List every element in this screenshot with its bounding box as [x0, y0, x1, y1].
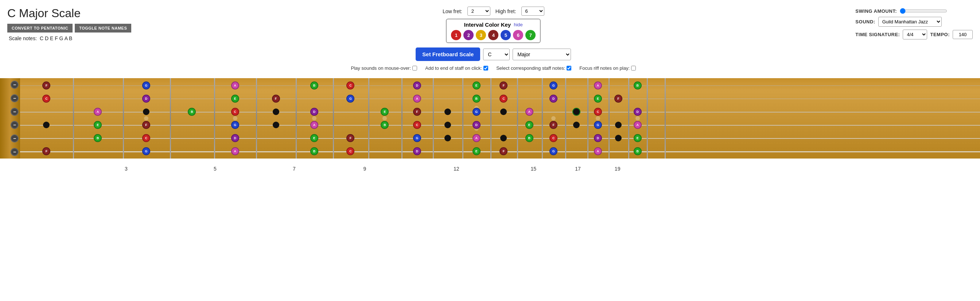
interval-circle-5[interactable]: 5 [501, 30, 511, 40]
note-dot-D-s5-f10[interactable]: D [413, 147, 421, 155]
black-dot-s2-f6[interactable] [273, 109, 279, 115]
note-dot-B-s0-f7[interactable]: B [310, 82, 318, 90]
interval-circle-3[interactable]: 3 [476, 30, 486, 40]
black-dot-s3-f1[interactable] [43, 122, 49, 128]
note-dot-F-s3-f15[interactable]: F [549, 121, 557, 129]
note-dot-F-s1-f6[interactable]: F [272, 94, 280, 102]
set-fretboard-scale-button[interactable]: Set Fretboard Scale [415, 48, 480, 61]
note-dot-C-s1-f13[interactable]: C [500, 94, 508, 102]
note-dot-B-s3-f9[interactable]: B [380, 121, 389, 129]
note-dot-B-s2-f4[interactable]: B [188, 108, 196, 116]
toggle-note-names-button[interactable]: TOGGLE NOTE NAMES [75, 24, 131, 32]
note-dot-A-s5-f5[interactable]: A [231, 147, 239, 155]
time-signature-select[interactable]: 4/43/46/82/4 [903, 30, 927, 40]
sound-select[interactable]: Guild Manhattan JazzAcoustic GuitarElect… [878, 17, 942, 27]
note-dot-G-s5-f15[interactable]: G [549, 147, 557, 155]
play-sounds-option[interactable]: Play sounds on mouse-over: [351, 66, 417, 71]
note-dot-G-s3-f17[interactable]: G [594, 121, 602, 129]
string-button-3[interactable]: − [11, 121, 19, 129]
black-dot-s2-f16[interactable] [573, 109, 580, 115]
note-dot-A-s3-f7[interactable]: A [310, 121, 318, 129]
note-dot-F-s5-f1[interactable]: F [42, 147, 50, 155]
note-dot-E-s3-f2[interactable]: E [94, 121, 102, 129]
high-fret-select[interactable]: 1234567891011121924 [521, 6, 544, 16]
select-staff-notes-checkbox[interactable] [566, 66, 571, 70]
note-dot-A-s2-f14[interactable]: A [525, 108, 533, 116]
interval-circle-2[interactable]: 2 [463, 30, 474, 40]
black-dot-s2-f13[interactable] [500, 109, 507, 115]
hide-link[interactable]: hide [514, 22, 523, 27]
tempo-input[interactable] [953, 30, 973, 39]
black-dot-s4-f11[interactable] [444, 135, 451, 141]
note-dot-E-s2-f9[interactable]: E [380, 108, 389, 116]
black-dot-s3-f16[interactable] [573, 122, 580, 128]
convert-to-pentatonic-button[interactable]: CONVERT TO PENTATONIC [7, 24, 73, 32]
note-dot-F-s5-f13[interactable]: F [500, 147, 508, 155]
note-dot-G-s3-f5[interactable]: G [231, 121, 239, 129]
note-dot-F-s2-f10[interactable]: F [413, 108, 421, 116]
note-dot-E-s1-f5[interactable]: E [231, 94, 239, 102]
black-dot-s4-f13[interactable] [500, 135, 507, 141]
note-dot-G-s0-f3[interactable]: G [142, 82, 150, 90]
focus-riff-checkbox[interactable] [631, 66, 636, 70]
note-dot-E-s0-f12[interactable]: E [473, 82, 480, 90]
note-dot-C-s2-f17[interactable]: C [594, 108, 602, 116]
note-dot-E-s4-f19[interactable]: E [634, 134, 642, 142]
interval-circle-6[interactable]: 6 [513, 30, 523, 40]
select-staff-notes-option[interactable]: Select corresponding staff notes: [496, 66, 571, 71]
note-dot-A-s5-f17[interactable]: A [594, 147, 602, 155]
note-dot-F-s0-f13[interactable]: F [500, 82, 508, 90]
note-dot-C-s4-f3[interactable]: C [142, 134, 150, 142]
note-dot-F-s0-f1[interactable]: F [42, 82, 50, 90]
note-dot-G-s5-f3[interactable]: G [142, 147, 150, 155]
black-dot-s3-f18[interactable] [615, 122, 622, 128]
note-dot-D-s3-f12[interactable]: D [473, 121, 480, 129]
string-button-1[interactable]: − [11, 94, 19, 102]
string-button-0[interactable]: − [11, 81, 19, 89]
note-dot-B-s4-f2[interactable]: B [94, 134, 102, 142]
note-dot-D-s2-f19[interactable]: D [634, 108, 642, 116]
black-dot-s2-f11[interactable] [444, 109, 451, 115]
note-dot-G-s1-f8[interactable]: G [346, 94, 355, 102]
note-dot-D-s0-f10[interactable]: D [413, 82, 421, 90]
string-button-5[interactable]: − [11, 148, 19, 156]
focus-riff-option[interactable]: Focus riff notes on play: [579, 66, 636, 71]
note-dot-B-s5-f7[interactable]: B [310, 147, 318, 155]
note-dot-D-s2-f7[interactable]: D [310, 108, 318, 116]
low-fret-select[interactable]: 0123456789101112 [468, 6, 490, 16]
note-dot-B-s0-f19[interactable]: B [634, 82, 642, 90]
note-dot-A-s4-f12[interactable]: A [473, 134, 480, 142]
note-dot-G-s4-f10[interactable]: G [413, 134, 421, 142]
note-dot-D-s1-f15[interactable]: D [549, 94, 557, 102]
note-dot-A-s2-f2[interactable]: A [94, 108, 102, 116]
note-dot-F-s4-f8[interactable]: F [346, 134, 355, 142]
note-dot-A-s0-f5[interactable]: A [231, 82, 239, 90]
note-dot-C-s4-f15[interactable]: C [549, 134, 557, 142]
note-dot-B-s1-f12[interactable]: B [473, 94, 480, 102]
add-to-staff-option[interactable]: Add to end of staff on click: [425, 66, 488, 71]
scale-select[interactable]: MajorMinorPentatonic MajorPentatonic Min… [512, 49, 571, 60]
note-dot-D-s1-f3[interactable]: D [142, 94, 150, 102]
note-dot-A-s0-f17[interactable]: A [594, 82, 602, 90]
note-dot-D-s4-f5[interactable]: D [231, 134, 239, 142]
note-dot-C-s2-f5[interactable]: C [231, 108, 239, 116]
note-dot-C-s0-f8[interactable]: C [346, 82, 355, 90]
note-dot-D-s4-f17[interactable]: D [594, 134, 602, 142]
swing-slider[interactable] [900, 8, 947, 14]
note-dot-E-s3-f14[interactable]: E [525, 121, 533, 129]
key-select[interactable]: CC#DD#EFF#GG#AA#B [483, 49, 510, 60]
note-dot-B-s5-f19[interactable]: B [634, 147, 642, 155]
note-dot-C-s1-f1[interactable]: C [42, 94, 50, 102]
add-to-staff-checkbox[interactable] [484, 66, 488, 70]
note-dot-E-s1-f17[interactable]: E [594, 94, 602, 102]
note-dot-F-s1-f18[interactable]: F [614, 94, 622, 102]
black-dot-s2-f3[interactable] [143, 109, 150, 115]
black-dot-s4-f18[interactable] [615, 135, 622, 141]
interval-circle-4[interactable]: 4 [488, 30, 498, 40]
play-sounds-checkbox[interactable] [412, 66, 417, 70]
interval-circle-7[interactable]: 7 [525, 30, 536, 40]
note-dot-C-s5-f8[interactable]: C [346, 147, 355, 155]
string-button-4[interactable]: − [11, 134, 19, 142]
interval-circle-1[interactable]: 1 [451, 30, 461, 40]
note-dot-C-s3-f10[interactable]: C [413, 121, 421, 129]
